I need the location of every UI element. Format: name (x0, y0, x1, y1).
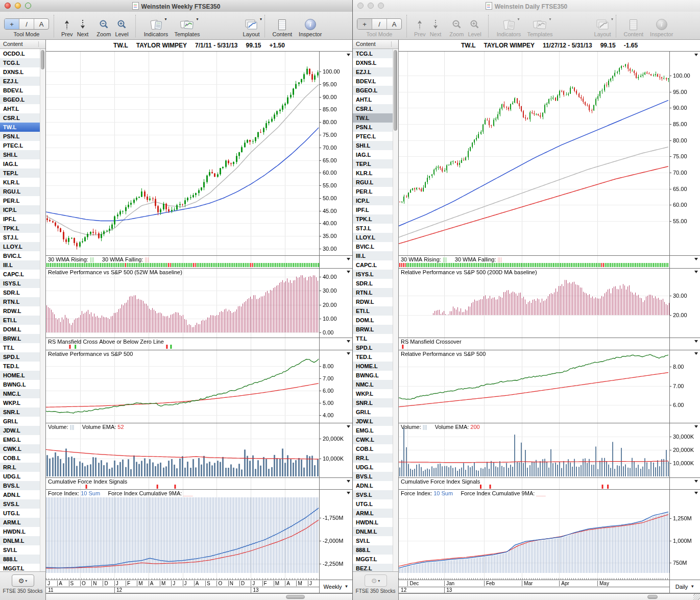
sidebar-item-bvic-l[interactable]: BVIC.L (353, 242, 398, 251)
sidebar-item-hwdn-l[interactable]: HWDN.L (353, 518, 398, 527)
sidebar-item-bvs-l[interactable]: BVS.L (353, 472, 398, 481)
sidebar-item-nmc-l[interactable]: NMC.L (0, 389, 45, 398)
scrollbar-thumb[interactable] (41, 50, 44, 69)
zoom-in-button[interactable]: Level (115, 18, 128, 37)
sidebar-item-tw-l[interactable]: TW.L (0, 123, 45, 132)
sidebar-item-sdr-l[interactable]: SDR.L (353, 279, 398, 288)
sidebar-item-rr-l[interactable]: RR.L (353, 453, 398, 463)
sidebar-item-dnlm-l[interactable]: DNLM.L (353, 527, 398, 536)
sidebar-item-sdr-l[interactable]: SDR.L (0, 288, 45, 297)
sidebar-item-dxns-l[interactable]: DXNS.L (353, 58, 398, 67)
sidebar-item-wkp-l[interactable]: WKP.L (353, 389, 398, 398)
indicators-button[interactable]: ▾ Indicators (144, 18, 168, 37)
sidebar-item-emg-l[interactable]: EMG.L (0, 435, 45, 444)
arrow-tool-button[interactable]: + (5, 19, 19, 29)
line-tool-button[interactable]: / (372, 19, 387, 29)
sidebar-item-tt-l[interactable]: TT.L (353, 334, 398, 343)
text-tool-button[interactable]: A (34, 19, 49, 29)
line-tool-button[interactable]: / (19, 19, 34, 29)
sidebar-item-utg-l[interactable]: UTG.L (0, 509, 45, 518)
sidebar-item-tcg-l[interactable]: TCG.L (353, 49, 398, 58)
layout-button[interactable]: ▾ Layout (594, 18, 611, 37)
sidebar-item-bwng-l[interactable]: BWNG.L (353, 371, 398, 380)
next-button[interactable]: Next (77, 18, 89, 37)
sidebar-item-nmc-l[interactable]: NMC.L (353, 380, 398, 389)
scrollbar-thumb[interactable] (286, 595, 305, 599)
sidebar-item-arm-l[interactable]: ARM.L (353, 509, 398, 518)
content-button[interactable]: Content (273, 18, 293, 37)
sidebar-item-utg-l[interactable]: UTG.L (353, 499, 398, 509)
sidebar-item-spd-l[interactable]: SPD.L (353, 343, 398, 352)
sidebar-item-adn-l[interactable]: ADN.L (353, 481, 398, 490)
sidebar-item-tcg-l[interactable]: TCG.L (0, 58, 45, 67)
sidebar-item-rdw-l[interactable]: RDW.L (0, 306, 45, 316)
text-tool-button[interactable]: A (387, 19, 401, 29)
sidebar-item-tpk-l[interactable]: TPK.L (353, 214, 398, 224)
sidebar-item-dom-l[interactable]: DOM.L (353, 316, 398, 325)
sidebar-scrollbar[interactable] (393, 49, 398, 572)
horizontal-scrollbar[interactable] (399, 593, 700, 600)
sidebar-item-isys-l[interactable]: ISYS.L (0, 279, 45, 288)
sidebar-item-rtn-l[interactable]: RTN.L (0, 297, 45, 306)
sidebar-item-svs-l[interactable]: SVS.L (0, 499, 45, 509)
sidebar-item-jdw-l[interactable]: JDW.L (0, 426, 45, 435)
sidebar-item-888-l[interactable]: 888.L (0, 555, 45, 564)
chart-canvas-daily[interactable] (399, 51, 700, 593)
sidebar-item-bwng-l[interactable]: BWNG.L (0, 380, 45, 389)
sidebar-item-emg-l[interactable]: EMG.L (353, 426, 398, 435)
sidebar-item-home-l[interactable]: HOME.L (0, 371, 45, 380)
sidebar-item-psn-l[interactable]: PSN.L (0, 132, 45, 141)
sidebar-item-rgu-l[interactable]: RGU.L (0, 187, 45, 196)
sidebar-item-cob-l[interactable]: COB.L (353, 444, 398, 453)
sidebar-item-per-l[interactable]: PER.L (353, 187, 398, 196)
sidebar-item-snr-l[interactable]: SNR.L (0, 407, 45, 417)
horizontal-scrollbar[interactable] (46, 593, 352, 600)
arrow-tool-button[interactable]: + (357, 19, 372, 29)
sidebar-item-ted-l[interactable]: TED.L (353, 352, 398, 362)
sidebar-item-klr-l[interactable]: KLR.L (353, 169, 398, 178)
sidebar-item-shi-l[interactable]: SHI.L (353, 141, 398, 150)
sidebar-item-jdw-l[interactable]: JDW.L (353, 417, 398, 426)
zoom-out-button[interactable]: Zoom (96, 18, 111, 37)
indicators-button[interactable]: ▾ Indicators (497, 18, 521, 37)
sidebar-item-capc-l[interactable]: CAPC.L (353, 260, 398, 270)
sidebar-item-stj-l[interactable]: STJ.L (0, 233, 45, 242)
layout-button[interactable]: ▾ Layout (243, 18, 260, 37)
sidebar-item-icp-l[interactable]: ICP.L (353, 196, 398, 205)
sidebar-item-wkp-l[interactable]: WKP.L (0, 398, 45, 407)
sidebar-item-bez-l[interactable]: BEZ.L (353, 564, 398, 572)
sidebar-item-gri-l[interactable]: GRI.L (353, 407, 398, 417)
sidebar-item-brw-l[interactable]: BRW.L (0, 334, 45, 343)
action-gear-button[interactable]: ⚙▾ (365, 574, 387, 587)
sidebar-item-rdw-l[interactable]: RDW.L (353, 297, 398, 306)
sidebar-item-svi-l[interactable]: SVI.L (353, 536, 398, 545)
prev-button[interactable]: Prev (414, 18, 426, 37)
scrollbar-thumb[interactable] (394, 50, 397, 131)
sidebar-item-dxns-l[interactable]: DXNS.L (0, 67, 45, 77)
sidebar-item-ezj-l[interactable]: EZJ.L (0, 77, 45, 86)
sidebar-item-iii-l[interactable]: III.L (353, 251, 398, 260)
period-selector[interactable]: Weekly▼ (319, 580, 352, 593)
sidebar-item-lloy-l[interactable]: LLOY.L (353, 233, 398, 242)
sidebar-item-rr-l[interactable]: RR.L (0, 463, 45, 472)
sidebar-item-per-l[interactable]: PER.L (0, 196, 45, 205)
inspector-button[interactable]: i Inspector (299, 18, 322, 37)
sidebar-item-cob-l[interactable]: COB.L (0, 453, 45, 463)
sidebar-item-rtn-l[interactable]: RTN.L (353, 288, 398, 297)
sidebar-item-mggt-l[interactable]: MGGT.L (0, 564, 45, 572)
sidebar-item-csr-l[interactable]: CSR.L (353, 104, 398, 113)
sidebar-item-arm-l[interactable]: ARM.L (0, 518, 45, 527)
sidebar-item-iag-l[interactable]: IAG.L (0, 159, 45, 169)
symbol-list[interactable]: OCDO.LTCG.LDXNS.LEZJ.LBDEV.LBGEO.LAHT.LC… (0, 49, 45, 572)
sidebar-item-ipf-l[interactable]: IPF.L (0, 214, 45, 224)
sidebar-item-lloy-l[interactable]: LLOY.L (0, 242, 45, 251)
sidebar-item-capc-l[interactable]: CAPC.L (0, 270, 45, 279)
sidebar-item-tw-l[interactable]: TW.L (353, 113, 398, 123)
sidebar-item-bgeo-l[interactable]: BGEO.L (353, 86, 398, 95)
sidebar-item-icp-l[interactable]: ICP.L (0, 205, 45, 214)
titlebar[interactable]: Weinstein Daily FTSE350 (353, 0, 700, 12)
sidebar-item-bvs-l[interactable]: BVS.L (0, 481, 45, 490)
sidebar-item-isys-l[interactable]: ISYS.L (353, 270, 398, 279)
sidebar-item-ezj-l[interactable]: EZJ.L (353, 67, 398, 77)
sidebar-item-klr-l[interactable]: KLR.L (0, 178, 45, 187)
